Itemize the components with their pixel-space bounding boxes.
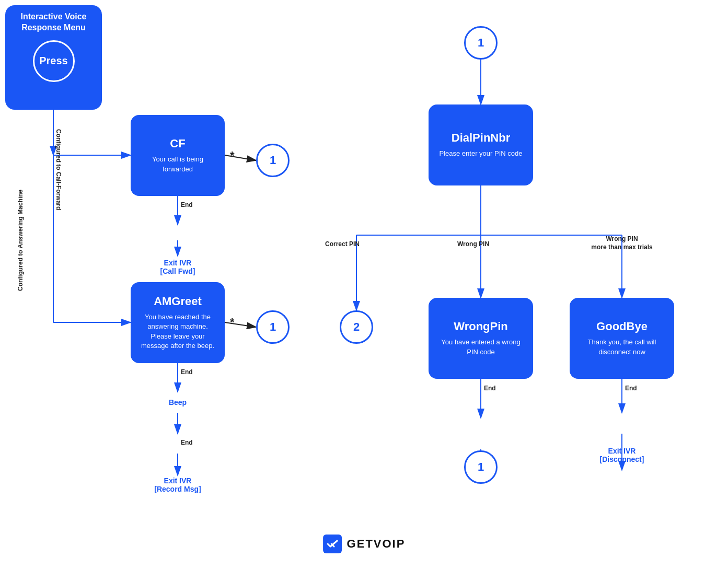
watermark-text: GETVOIP (347, 537, 406, 551)
end-wrongpin-label: End (484, 385, 496, 392)
watermark-icon (323, 535, 342, 553)
dialpin-box: DialPinNbr Please enter your PIN code (429, 104, 533, 185)
circle-cf-1: 1 (256, 144, 290, 177)
goodbye-box: GoodBye Thank you, the call will disconn… (570, 298, 674, 379)
label-answering-machine: Configured to Answering Machine (17, 167, 24, 313)
end-cf-label: End (181, 201, 193, 208)
svg-line-4 (225, 155, 256, 160)
star-amgreet: * (230, 316, 235, 329)
watermark: GETVOIP (323, 535, 406, 553)
correct-pin-label: Correct PIN (325, 240, 360, 248)
svg-line-7 (225, 322, 256, 327)
amgreet-title: AMGreet (154, 295, 202, 308)
wrongpin-title: WrongPin (454, 320, 507, 333)
star-cf: * (230, 149, 235, 162)
amgreet-desc: You have reached the answering machine. … (137, 312, 218, 351)
exit-ivr-disconnect: Exit IVR [Disconnect] (591, 447, 653, 463)
circle-correct-2: 2 (340, 310, 373, 344)
cf-title: CF (170, 137, 185, 150)
press-label: Press (39, 55, 68, 67)
exit-ivr-callfwd: Exit IVR [Call Fwd] (146, 259, 209, 275)
press-circle: Press (33, 40, 75, 82)
cf-desc: Your call is being forwarded (137, 155, 218, 173)
dialpin-title: DialPinNbr (452, 131, 510, 145)
amgreet-box: AMGreet You have reached the answering m… (131, 282, 225, 363)
goodbye-desc: Thank you, the call will disconnect now (576, 338, 668, 356)
ivr-start-box: Interactive Voice Response Menu Press (5, 5, 102, 110)
arrows-svg (0, 0, 728, 569)
circle-wrongpin-end-1: 1 (464, 450, 498, 484)
wrong-pin-max-label: Wrong PIN more than max trials (580, 235, 664, 251)
label-call-forward: Configured to Call-Forward (55, 129, 62, 210)
circle-amgreet-1: 1 (256, 310, 290, 344)
ivr-title: Interactive Voice Response Menu (21, 11, 87, 33)
dialpin-desc: Please enter your PIN code (440, 149, 523, 158)
diagram-container: Interactive Voice Response Menu Press Co… (0, 0, 728, 569)
wrongpin-box: WrongPin You have entered a wrong PIN co… (429, 298, 533, 379)
end-amgreet2-label: End (181, 439, 193, 446)
circle-top-1: 1 (464, 26, 498, 60)
wrong-pin-label: Wrong PIN (457, 240, 489, 248)
beep-label: Beep (162, 398, 193, 407)
wrongpin-desc: You have entered a wrong PIN code (435, 338, 527, 356)
end-goodbye-label: End (625, 385, 637, 392)
goodbye-title: GoodBye (596, 320, 648, 333)
cf-box: CF Your call is being forwarded (131, 115, 225, 196)
end-amgreet1-label: End (181, 368, 193, 376)
exit-ivr-record: Exit IVR [Record Msg] (146, 477, 209, 493)
